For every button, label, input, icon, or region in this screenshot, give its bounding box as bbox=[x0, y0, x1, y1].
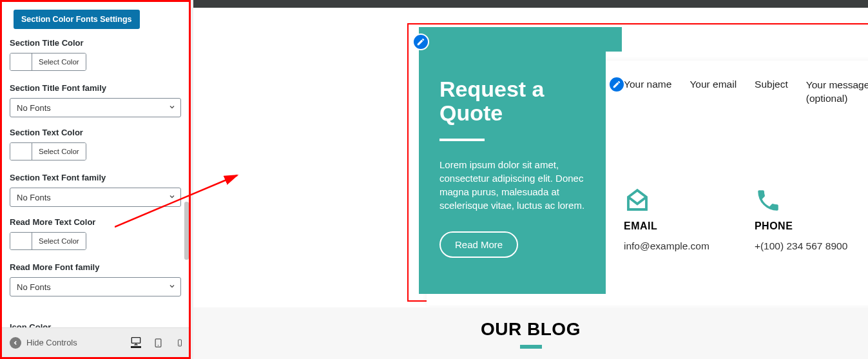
font-select-title[interactable]: No Fonts bbox=[10, 98, 181, 117]
color-swatch[interactable] bbox=[10, 233, 32, 249]
color-picker-readmore[interactable]: Select Color bbox=[10, 232, 86, 250]
quote-card: Request aQuote Lorem ipsum dolor sit ame… bbox=[419, 52, 606, 294]
desktop-icon[interactable] bbox=[131, 338, 141, 348]
mobile-icon[interactable] bbox=[175, 338, 185, 348]
field-label: Section Title Font family bbox=[10, 83, 181, 93]
customizer-sidebar: Section Color Fonts Settings Section Tit… bbox=[0, 0, 191, 359]
field-label: Read More Text Color bbox=[10, 217, 181, 227]
contacts-row: EMAIL info@example.com PHONE +(100) 234 … bbox=[624, 187, 868, 269]
contact-value: +(100) 234 567 8900 bbox=[755, 238, 847, 253]
phone-icon bbox=[755, 187, 847, 213]
color-swatch[interactable] bbox=[10, 143, 32, 160]
contact-email: EMAIL info@example.com bbox=[624, 187, 709, 269]
contact-heading: EMAIL bbox=[624, 220, 709, 232]
contact-phone: PHONE +(100) 234 567 8900 bbox=[755, 187, 847, 269]
font-select-readmore[interactable]: No Fonts bbox=[10, 277, 181, 296]
preview-pane: Request aQuote Lorem ipsum dolor sit ame… bbox=[193, 0, 868, 359]
field-label: Section Text Font family bbox=[10, 173, 181, 182]
contact-form-row: Your name Your email Subject Your messag… bbox=[624, 79, 868, 106]
section-outline: Request aQuote Lorem ipsum dolor sit ame… bbox=[407, 23, 868, 302]
subject-field-label[interactable]: Subject bbox=[755, 79, 788, 106]
color-picker-text[interactable]: Select Color bbox=[10, 142, 86, 160]
contact-value: info@example.com bbox=[624, 238, 709, 253]
select-color-button[interactable]: Select Color bbox=[32, 233, 86, 249]
select-color-button[interactable]: Select Color bbox=[32, 143, 86, 160]
edit-section-button[interactable] bbox=[412, 34, 429, 50]
hide-controls-button[interactable]: Hide Controls bbox=[10, 337, 77, 349]
contact-heading: PHONE bbox=[755, 220, 847, 232]
svg-rect-0 bbox=[131, 337, 140, 343]
quote-body: Lorem ipsum dolor sit amet, consectetur … bbox=[439, 158, 585, 212]
hide-controls-label: Hide Controls bbox=[26, 338, 77, 347]
edit-widget-button[interactable] bbox=[608, 76, 625, 93]
title-underline bbox=[439, 139, 485, 141]
select-color-button[interactable]: Select Color bbox=[32, 53, 86, 70]
message-field-label[interactable]: Your message (optional) bbox=[806, 79, 868, 106]
section-header: Section Color Fonts Settings bbox=[14, 10, 140, 29]
envelope-icon bbox=[624, 187, 709, 213]
font-select-text[interactable]: No Fonts bbox=[10, 188, 181, 207]
teal-tab bbox=[419, 27, 622, 52]
field-label: Read More Font family bbox=[10, 262, 181, 272]
scrollbar-thumb[interactable] bbox=[184, 202, 189, 260]
customizer-bottom-bar: Hide Controls bbox=[2, 327, 191, 357]
quote-title: Request aQuote bbox=[439, 77, 585, 124]
tablet-icon[interactable] bbox=[153, 338, 163, 348]
field-label: Section Text Color bbox=[10, 128, 181, 137]
color-swatch[interactable] bbox=[10, 53, 32, 70]
blog-title: OUR BLOG bbox=[481, 319, 581, 340]
color-picker-title[interactable]: Select Color bbox=[10, 53, 86, 71]
read-more-button[interactable]: Read More bbox=[439, 231, 518, 258]
blog-section: OUR BLOG bbox=[193, 307, 868, 359]
name-field-label[interactable]: Your name bbox=[624, 79, 671, 106]
hero-strip bbox=[193, 0, 868, 8]
field-label: Section Title Color bbox=[10, 38, 181, 48]
chevron-left-icon bbox=[10, 337, 21, 349]
blog-underline bbox=[520, 345, 542, 349]
email-field-label[interactable]: Your email bbox=[690, 79, 737, 106]
